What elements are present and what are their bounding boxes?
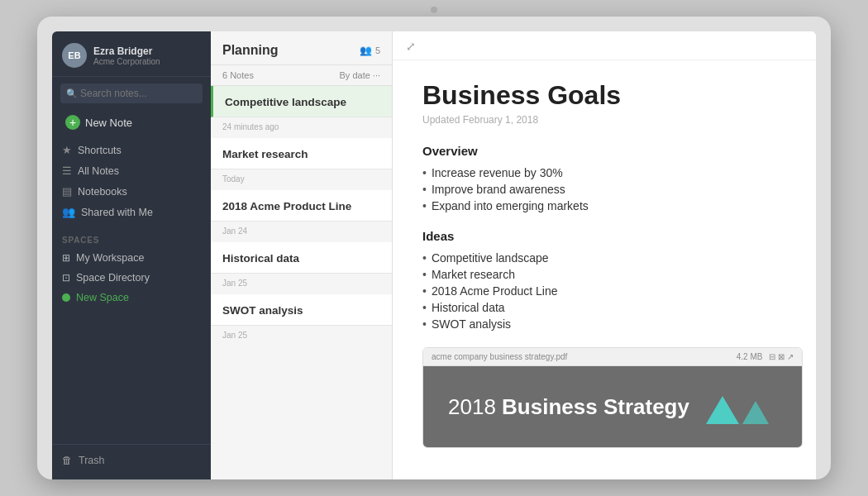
attachment-filename: acme company business strategy.pdf <box>432 352 567 361</box>
sidebar-bottom: 🗑 Trash <box>52 444 211 479</box>
list-item: 2018 Acme Product Line <box>422 283 786 299</box>
workspace-icon: ⊞ <box>62 252 70 264</box>
notes-list-title: Planning <box>222 43 279 58</box>
list-icon: ☰ <box>62 165 72 177</box>
sidebar-item-new-space[interactable]: New Space <box>52 288 211 308</box>
doc-title: Business Goals <box>422 80 786 111</box>
notebooks-label: Notebooks <box>78 186 127 198</box>
note-title: SWOT analysis <box>222 304 380 317</box>
attachment-body: 2018 Business Strategy <box>423 366 802 447</box>
notebook-icon: ▤ <box>62 185 72 198</box>
all-notes-label: All Notes <box>78 165 119 177</box>
plus-icon: + <box>65 115 80 130</box>
note-timestamp-3: Jan 25 <box>211 274 392 291</box>
search-input[interactable] <box>60 83 203 103</box>
sidebar-item-my-workspace[interactable]: ⊞ My Workspace <box>52 248 211 268</box>
sidebar-item-space-directory[interactable]: ⊡ Space Directory <box>52 268 211 288</box>
notes-list-meta: 👥 5 <box>360 45 380 56</box>
main-toolbar: ⤢ <box>393 31 816 60</box>
note-item-competitive-landscape[interactable]: Competitive landscape <box>211 86 392 117</box>
space-directory-label: Space Directory <box>76 272 150 284</box>
ideas-list: Competitive landscape Market research 20… <box>422 250 786 332</box>
triangle-shape-2 <box>742 401 769 424</box>
notes-count-bar: 6 Notes By date ··· <box>211 65 392 86</box>
search-icon: 🔍 <box>66 88 78 99</box>
new-space-icon <box>62 293 70 302</box>
collaborators-count: 5 <box>375 45 380 55</box>
search-wrap[interactable]: 🔍 <box>60 83 203 103</box>
attachment-top-bar: acme company business strategy.pdf 4.2 M… <box>423 348 802 366</box>
sort-more-icon: ··· <box>373 70 380 80</box>
shared-icon: 👥 <box>62 206 75 218</box>
sidebar: EB Ezra Bridger Acme Corporation 🔍 + New… <box>52 31 211 479</box>
my-workspace-label: My Workspace <box>76 252 144 264</box>
main-content: ⤢ Business Goals Updated February 1, 201… <box>393 31 816 479</box>
note-timestamp-2: Jan 24 <box>211 222 392 239</box>
laptop-screen: EB Ezra Bridger Acme Corporation 🔍 + New… <box>52 31 816 479</box>
note-title: 2018 Acme Product Line <box>222 200 380 212</box>
sidebar-nav: ★ Shortcuts ☰ All Notes ▤ Notebooks 👥 Sh… <box>52 140 211 227</box>
attachment-filesize: 4.2 MB <box>737 352 763 361</box>
notes-count: 6 Notes <box>222 70 254 80</box>
company-name: Acme Corporation <box>93 57 160 66</box>
new-note-label: New Note <box>85 117 132 129</box>
avatar: EB <box>62 43 87 68</box>
decoration-shapes <box>706 389 769 424</box>
main-body: Business Goals Updated February 1, 2018 … <box>393 60 816 479</box>
attachment-preview[interactable]: acme company business strategy.pdf 4.2 M… <box>422 347 803 448</box>
sidebar-item-notebooks[interactable]: ▤ Notebooks <box>52 181 211 202</box>
sidebar-header: EB Ezra Bridger Acme Corporation <box>52 31 211 77</box>
note-title: Historical data <box>222 252 380 265</box>
list-item: Improve brand awareness <box>422 181 786 198</box>
laptop-frame: EB Ezra Bridger Acme Corporation 🔍 + New… <box>37 17 831 479</box>
trash-item[interactable]: 🗑 Trash <box>62 451 201 470</box>
star-icon: ★ <box>62 144 72 156</box>
note-timestamp-1: Today <box>211 169 392 187</box>
list-item: SWOT analysis <box>422 316 786 332</box>
note-item-market-research[interactable]: Market research <box>211 138 392 169</box>
directory-icon: ⊡ <box>62 272 70 284</box>
trash-label: Trash <box>79 455 105 466</box>
doc-updated: Updated February 1, 2018 <box>422 114 786 126</box>
collaborators-icon: 👥 <box>360 45 372 56</box>
note-title: Market research <box>222 148 380 160</box>
note-title: Competitive landscape <box>225 96 380 108</box>
note-item-historical-data[interactable]: Historical data <box>211 242 392 274</box>
triangle-shape-1 <box>706 396 739 424</box>
overview-heading: Overview <box>422 144 786 158</box>
user-info: Ezra Bridger Acme Corporation <box>93 45 160 66</box>
attachment-controls: ⊟ ⊠ ↗ <box>769 352 794 361</box>
notes-sort[interactable]: By date ··· <box>340 70 380 80</box>
sidebar-item-all-notes[interactable]: ☰ All Notes <box>52 160 211 181</box>
attachment-title: 2018 Business Strategy <box>448 394 689 420</box>
new-note-button[interactable]: + New Note <box>60 112 203 133</box>
list-item: Increase revenue by 30% <box>422 165 786 181</box>
notes-list-panel: Planning 👥 5 6 Notes By date ··· Competi… <box>211 31 393 479</box>
sort-label: By date <box>340 70 370 80</box>
sidebar-item-shortcuts[interactable]: ★ Shortcuts <box>52 140 211 160</box>
note-item-2018-acme[interactable]: 2018 Acme Product Line <box>211 190 392 222</box>
note-timestamp-0: 24 minutes ago <box>211 117 392 135</box>
ideas-heading: Ideas <box>422 229 786 243</box>
shortcuts-label: Shortcuts <box>78 145 122 156</box>
webcam <box>431 7 437 13</box>
trash-icon: 🗑 <box>62 455 73 466</box>
shared-label: Shared with Me <box>81 207 153 218</box>
list-item: Market research <box>422 266 786 283</box>
list-item: Historical data <box>422 299 786 316</box>
new-space-label: New Space <box>76 292 129 303</box>
list-item: Competitive landscape <box>422 250 786 266</box>
overview-list: Increase revenue by 30% Improve brand aw… <box>422 165 786 214</box>
notes-list-scroll: Competitive landscape 24 minutes ago Mar… <box>211 86 392 479</box>
notes-list-header: Planning 👥 5 <box>211 31 392 65</box>
note-item-swot-analysis[interactable]: SWOT analysis <box>211 294 392 326</box>
username: Ezra Bridger <box>93 45 160 57</box>
spaces-section-label: Spaces <box>52 227 211 248</box>
sidebar-item-shared[interactable]: 👥 Shared with Me <box>52 202 211 222</box>
list-item: Expand into emerging markets <box>422 198 786 214</box>
note-timestamp-4: Jan 25 <box>211 326 392 343</box>
expand-icon[interactable]: ⤢ <box>406 40 416 53</box>
